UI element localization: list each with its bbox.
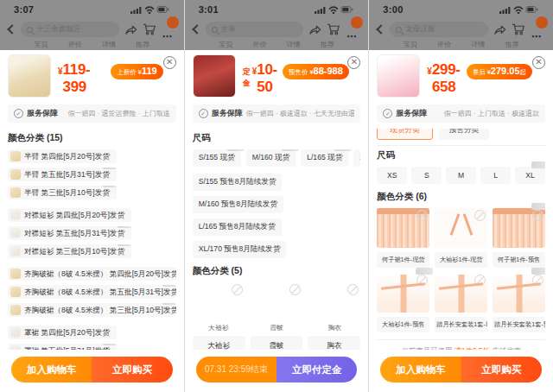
service-guarantee-bar[interactable]: ✓ 服务保障 假一赔四 · 上门取送 · 极速退款 bbox=[377, 104, 545, 123]
color-tile[interactable]: 大袖衫1件-预售 bbox=[377, 273, 429, 332]
presale-size-chip[interactable]: L/165 预售8月陆续发货 bbox=[193, 218, 282, 236]
share-icon[interactable] bbox=[124, 24, 137, 35]
service-guarantee-bar[interactable]: ✓ 服务保障 假一赔四 · 极速退款 · 七天无理由退换 bbox=[193, 104, 361, 123]
color-tile[interactable]: 霞帔 bbox=[251, 282, 302, 332]
more-menu[interactable]: ⋯ bbox=[162, 19, 177, 40]
share-icon[interactable] bbox=[308, 24, 321, 35]
option-label: 齐胸破裙（8破 4.5米摆） 第三批[5月10号]发货 bbox=[24, 305, 176, 315]
cart-icon[interactable] bbox=[512, 23, 525, 35]
color-tile[interactable]: 胸衣 bbox=[308, 282, 360, 332]
category-chip-selected[interactable]: 现货分类 bbox=[377, 129, 432, 140]
size-chip[interactable]: L/165 现货 bbox=[301, 149, 348, 167]
share-icon[interactable] bbox=[493, 24, 506, 35]
color-tile[interactable]: 大袖衫1件-现货 bbox=[435, 208, 487, 268]
back-icon[interactable] bbox=[377, 24, 386, 34]
tile-image bbox=[377, 273, 429, 313]
nav-row: 十三余旗舰店 ⋯ bbox=[7, 18, 177, 41]
color-option-chip[interactable]: 罩裙 第五批[5月31号]发货 bbox=[8, 344, 117, 350]
color-option-chip[interactable]: 罩裙 第四批[5月20号]发货 bbox=[8, 326, 117, 339]
color-chip[interactable]: 胸衣 bbox=[308, 336, 360, 350]
pay-deposit-button[interactable]: 立即付定金 bbox=[276, 357, 357, 383]
more-menu[interactable]: ⋯ bbox=[346, 19, 361, 40]
color-section-title: 颜色分类 (15) bbox=[8, 132, 176, 144]
size-label: S bbox=[424, 171, 429, 180]
size-chip[interactable]: XL bbox=[515, 167, 545, 184]
size-chip[interactable]: XS bbox=[377, 167, 407, 184]
color-tile[interactable]: 何子裙1件-预售 bbox=[493, 208, 545, 268]
color-option-chip[interactable]: 半臂 第三批[5月10号]发货 bbox=[8, 186, 117, 199]
size-label: S/155 预售8月陆续发货 bbox=[199, 177, 276, 187]
size-chip[interactable]: S bbox=[411, 167, 442, 184]
buy-now-button[interactable]: 立即购买 bbox=[92, 357, 172, 383]
option-thumbnail bbox=[10, 287, 21, 297]
search-input[interactable]: 古装 bbox=[206, 22, 304, 37]
size-chip[interactable]: M bbox=[446, 167, 476, 184]
promo-highlight[interactable]: 满1件9.5折 bbox=[454, 346, 490, 350]
product-summary: 定金 ¥ 10-50 预售价 ¥ 88-988 ✕ bbox=[193, 47, 361, 98]
promo-suffix: 店铺优惠 bbox=[490, 346, 521, 350]
product-thumbnail[interactable] bbox=[193, 54, 236, 98]
cart-icon[interactable] bbox=[327, 23, 340, 35]
price-badge-label: 券后 bbox=[473, 68, 486, 77]
close-icon[interactable]: ✕ bbox=[532, 56, 545, 69]
tile-label: 大袖衫1件-预售 bbox=[377, 317, 429, 332]
product-summary: ¥ 119-399 上新价 ¥ 119 ✕ bbox=[8, 47, 176, 98]
add-to-cart-button[interactable]: 加入购物车 bbox=[380, 357, 461, 383]
search-input[interactable]: 龙母汉服 bbox=[390, 22, 488, 37]
price-range: 10-50 bbox=[257, 61, 277, 96]
close-icon[interactable]: ✕ bbox=[163, 56, 176, 69]
more-menu[interactable]: ⋯ bbox=[531, 19, 546, 40]
search-icon bbox=[396, 27, 402, 33]
color-option-chip[interactable]: 对襟短衫 第五批[5月31号]发货 bbox=[8, 226, 131, 240]
cart-icon[interactable] bbox=[143, 23, 156, 35]
size-options-instock: S/155 现货 M/160 现货 L/165 现货 bbox=[193, 149, 361, 167]
size-label: XS bbox=[387, 171, 397, 180]
add-to-cart-button[interactable]: 加入购物车 bbox=[11, 357, 92, 383]
dimmed-page-header: 3:07 十三余旗舰店 bbox=[0, 0, 184, 50]
color-chip[interactable]: 大袖衫 bbox=[193, 336, 245, 350]
size-chip[interactable]: XL/170 现货 bbox=[353, 149, 360, 167]
color-option-chip[interactable]: 半臂 第五批[5月31号]发货 bbox=[8, 168, 117, 181]
option-thumbnail bbox=[10, 269, 21, 279]
option-label: 半臂 第五批[5月31号]发货 bbox=[24, 169, 110, 180]
color-chip[interactable]: 霞帔 bbox=[251, 336, 303, 350]
tile-label: 踏月长安套装1套-预售 bbox=[493, 317, 545, 332]
action-bar: 加入购物车 立即购买 bbox=[11, 357, 173, 383]
presale-size-chip[interactable]: S/155 预售8月陆续发货 bbox=[193, 174, 283, 191]
color-option-chip[interactable]: 对襟短衫 第三批[5月10号]发货 bbox=[8, 244, 131, 258]
size-options: XS S M bbox=[377, 167, 545, 184]
close-icon[interactable]: ✕ bbox=[347, 56, 360, 69]
service-guarantee-bar[interactable]: ✓ 服务保障 假一赔四 · 退货运费险 · 上门取送 bbox=[8, 104, 176, 123]
color-option-chip[interactable]: 半臂 第四批[5月20号]发货 bbox=[8, 149, 117, 163]
image-zoom-icon bbox=[474, 275, 486, 286]
buy-now-button[interactable]: 立即购买 bbox=[461, 357, 542, 383]
presale-badge bbox=[416, 268, 433, 275]
color-option-chip[interactable]: 齐胸破裙（8破 4.5米摆） 第三批[5月10号]发货 bbox=[8, 303, 176, 317]
presale-size-chip[interactable]: M/160 预售8月陆续发货 bbox=[193, 196, 283, 213]
color-option-chip[interactable]: 对襟短衫 第四批[5月20号]发货 bbox=[8, 208, 131, 222]
product-thumbnail[interactable] bbox=[377, 54, 420, 98]
size-chip[interactable]: S/155 现货 bbox=[193, 149, 241, 167]
color-tile[interactable]: 踏月长安套装1套-预售 bbox=[493, 273, 545, 332]
size-label: XL bbox=[525, 171, 535, 180]
size-section-title: 尺码 bbox=[377, 149, 545, 161]
presale-badge bbox=[227, 149, 245, 151]
color-tile[interactable]: 踏月长安套装1套-现货 bbox=[435, 273, 487, 332]
status-bar: 3:00 bbox=[376, 3, 546, 16]
back-icon[interactable] bbox=[192, 24, 201, 34]
color-option-chip[interactable]: 齐胸破裙（8破 4.5米摆） 第五批[5月31号]发货 bbox=[8, 285, 176, 299]
color-option-chip[interactable]: 齐胸破裙（8破 4.5米摆） 第四批[5月20号]发货 bbox=[8, 267, 176, 281]
more-icon: ⋯ bbox=[162, 33, 173, 40]
color-tile[interactable]: 大袖衫 bbox=[193, 282, 245, 332]
size-chip[interactable]: L bbox=[480, 167, 511, 184]
category-chip[interactable]: 预售分类 bbox=[439, 129, 489, 140]
option-label: 半臂 第四批[5月20号]发货 bbox=[24, 151, 110, 161]
size-label: S/155 现货 bbox=[199, 153, 235, 163]
presale-size-chip[interactable]: XL/170 预售8月陆续发货 bbox=[193, 241, 287, 258]
back-icon[interactable] bbox=[7, 24, 16, 34]
product-thumbnail[interactable] bbox=[8, 54, 51, 98]
search-input[interactable]: 十三余旗舰店 bbox=[21, 22, 119, 37]
size-chip[interactable]: M/160 现货 bbox=[246, 149, 296, 167]
divider bbox=[377, 145, 545, 146]
color-tile[interactable]: 何子裙1件-现货 bbox=[377, 208, 429, 268]
